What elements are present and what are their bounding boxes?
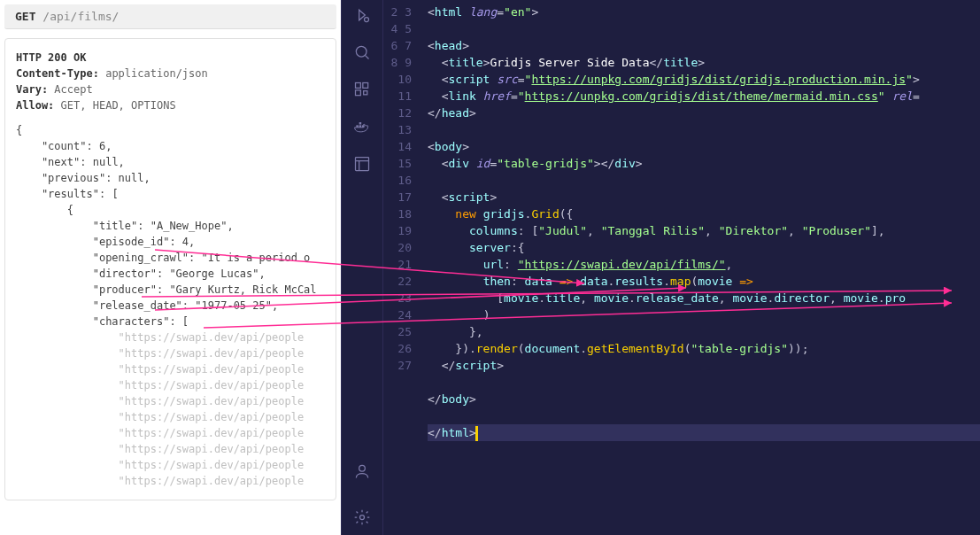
docker-icon[interactable] [351, 116, 373, 137]
account-icon[interactable] [351, 461, 373, 482]
search-icon[interactable] [351, 42, 373, 63]
cursor [476, 427, 477, 440]
status-line: HTTP 200 OK [16, 51, 86, 64]
svg-rect-9 [359, 122, 362, 125]
svg-rect-2 [356, 83, 361, 89]
svg-rect-10 [356, 158, 369, 171]
line-gutter: 2 3 4 5 6 7 8 9 10 11 12 13 14 15 16 17 … [383, 0, 428, 535]
svg-rect-4 [356, 90, 361, 96]
preview-icon[interactable] [351, 153, 373, 174]
http-method: GET [15, 10, 35, 23]
svg-rect-5 [364, 91, 367, 95]
svg-point-11 [359, 465, 366, 471]
api-response-body: HTTP 200 OK Content-Type: application/js… [4, 38, 336, 500]
json-body: { "count": 6, "next": null, "previous": … [16, 122, 325, 489]
svg-point-0 [365, 18, 369, 22]
svg-point-1 [356, 46, 367, 57]
extensions-icon[interactable] [351, 79, 373, 100]
api-path: /api/films/ [42, 10, 119, 23]
svg-rect-3 [363, 83, 368, 89]
api-request-bar: GET /api/films/ [4, 4, 336, 29]
code-content[interactable]: <html lang="en"> <head> <title>Gridjs Se… [428, 0, 980, 535]
api-response-panel: GET /api/films/ HTTP 200 OK Content-Type… [0, 0, 341, 535]
code-editor[interactable]: 2 3 4 5 6 7 8 9 10 11 12 13 14 15 16 17 … [383, 0, 980, 535]
run-debug-icon[interactable] [351, 4, 373, 26]
activity-bar [341, 0, 383, 535]
svg-point-12 [360, 516, 365, 520]
settings-icon[interactable] [351, 507, 373, 528]
